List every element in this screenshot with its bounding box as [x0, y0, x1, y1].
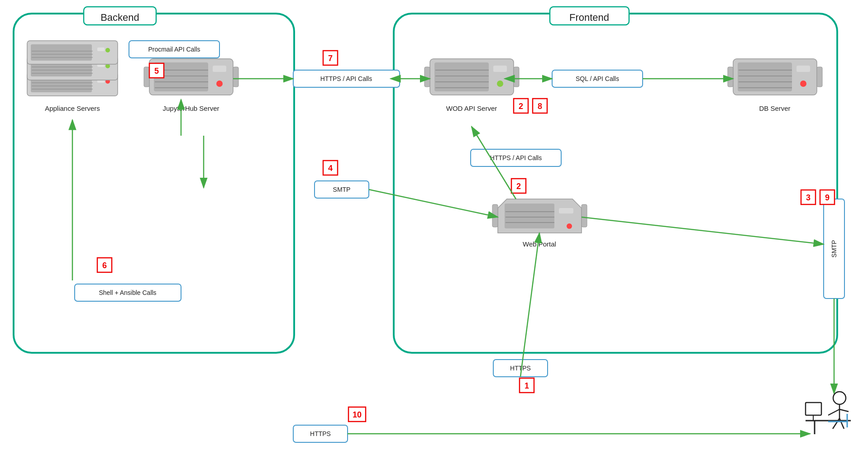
svg-rect-41 — [424, 67, 430, 87]
arrow-webportal-smtp — [582, 217, 824, 244]
badge-4: 4 — [328, 164, 333, 173]
db-server-label: DB Server — [759, 104, 790, 112]
smtp-label-4: SMTP — [333, 186, 351, 193]
smtp-label-39: SMTP — [830, 240, 838, 258]
svg-rect-54 — [559, 208, 573, 213]
svg-rect-44 — [738, 62, 792, 91]
https-label-10: HTTPS — [310, 430, 331, 437]
svg-line-70 — [839, 418, 844, 429]
svg-rect-60 — [582, 204, 587, 227]
arrow-user-webportal — [520, 233, 539, 377]
frontend-label: Frontend — [569, 12, 609, 23]
svg-rect-31 — [144, 67, 149, 87]
svg-rect-52 — [817, 67, 822, 87]
appliance-server-icon — [27, 41, 118, 96]
svg-point-65 — [833, 392, 846, 404]
https-api-label-7: HTTPS / API Calls — [320, 75, 372, 82]
db-server-icon — [728, 59, 822, 95]
badge-7: 7 — [328, 54, 333, 63]
https-label-1: HTTPS — [510, 365, 531, 372]
jupyterhub-label: JupyterHub Server — [162, 104, 219, 112]
badge-3: 3 — [806, 193, 811, 202]
badge-9: 9 — [825, 193, 830, 202]
badge-6: 6 — [102, 261, 107, 270]
svg-line-67 — [828, 409, 839, 415]
badge-10: 10 — [353, 410, 362, 419]
arrow-smtp4-webportal — [369, 190, 498, 217]
svg-point-55 — [567, 223, 572, 229]
svg-rect-32 — [233, 67, 238, 87]
web-portal-icon — [492, 199, 587, 233]
badge-2a: 2 — [519, 102, 523, 111]
svg-rect-35 — [493, 66, 507, 72]
svg-rect-25 — [213, 66, 226, 72]
wod-api-server-icon — [424, 59, 519, 95]
svg-point-19 — [105, 48, 110, 52]
web-portal-label: Web Portal — [523, 240, 556, 248]
svg-rect-34 — [434, 62, 489, 91]
badge-1: 1 — [525, 381, 529, 390]
svg-point-36 — [497, 81, 503, 87]
appliance-servers-label: Appliance Servers — [45, 104, 100, 112]
svg-rect-42 — [514, 67, 519, 87]
diagram-container: Backend Frontend Appliance Servers — [0, 0, 868, 474]
shell-ansible-label: Shell + Ansible Calls — [99, 289, 156, 296]
badge-5: 5 — [154, 66, 159, 76]
svg-line-68 — [839, 409, 849, 412]
wod-api-label: WOD API Server — [446, 104, 497, 112]
svg-point-26 — [216, 81, 223, 87]
svg-rect-53 — [505, 204, 554, 228]
svg-rect-18 — [97, 47, 105, 51]
svg-point-46 — [800, 81, 806, 87]
svg-rect-51 — [728, 67, 733, 87]
badge-8: 8 — [538, 102, 542, 111]
sql-api-label: SQL / API Calls — [576, 75, 619, 82]
svg-rect-63 — [806, 403, 821, 415]
svg-rect-45 — [796, 66, 810, 72]
badge-2b: 2 — [516, 182, 521, 191]
https-api-label-2: HTTPS / API Calls — [490, 154, 542, 161]
backend-label: Backend — [100, 12, 139, 23]
svg-rect-17 — [31, 44, 92, 61]
procmail-label: Procmail API Calls — [148, 46, 200, 53]
user-figure — [806, 392, 851, 434]
svg-line-69 — [833, 418, 839, 429]
